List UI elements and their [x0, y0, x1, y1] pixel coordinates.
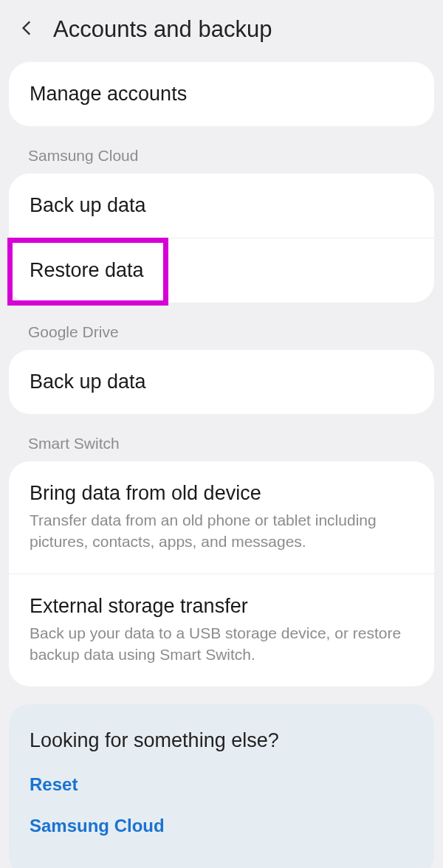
item-label: Back up data	[30, 371, 413, 393]
manage-accounts-item[interactable]: Manage accounts	[9, 62, 434, 126]
section-header-smart-switch: Smart Switch	[0, 427, 443, 461]
item-label: Bring data from old device	[30, 482, 413, 505]
external-storage-item[interactable]: External storage transfer Back up your d…	[9, 574, 434, 686]
samsung-cloud-group: Back up data Restore data	[9, 173, 434, 303]
item-description: Transfer data from an old phone or table…	[30, 509, 413, 553]
item-label: Back up data	[30, 194, 413, 217]
backup-data-google-item[interactable]: Back up data	[9, 350, 434, 414]
bring-data-item[interactable]: Bring data from old device Transfer data…	[9, 461, 434, 574]
reset-link[interactable]: Reset	[30, 774, 413, 795]
section-header-samsung-cloud: Samsung Cloud	[0, 140, 443, 173]
backup-data-samsung-item[interactable]: Back up data	[9, 173, 434, 238]
restore-data-item[interactable]: Restore data	[9, 238, 434, 303]
page-title: Accounts and backup	[53, 16, 272, 43]
smart-switch-group: Bring data from old device Transfer data…	[9, 461, 434, 686]
section-header-google-drive: Google Drive	[0, 316, 443, 350]
header-bar: Accounts and backup	[0, 0, 443, 62]
item-description: Back up your data to a USB storage devic…	[30, 622, 413, 666]
footer-title: Looking for something else?	[30, 729, 413, 752]
back-icon[interactable]	[18, 18, 37, 41]
footer-suggestions: Looking for something else? Reset Samsun…	[9, 704, 434, 868]
item-label: Manage accounts	[30, 83, 413, 106]
item-label: External storage transfer	[30, 595, 413, 618]
samsung-cloud-link[interactable]: Samsung Cloud	[30, 816, 413, 836]
item-label: Restore data	[30, 259, 413, 282]
